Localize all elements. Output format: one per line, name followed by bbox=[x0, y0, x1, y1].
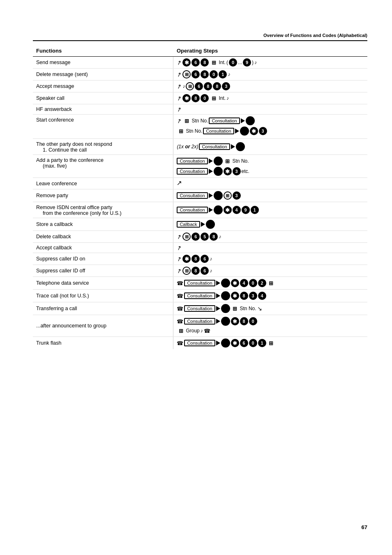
num1b-button: 1 bbox=[251, 206, 259, 214]
consultation9-box: Consultation bbox=[184, 292, 215, 299]
triangle4-icon bbox=[209, 159, 213, 164]
table-row: Speaker call ↗ ✱ 8 0 ⊞ Int. ♪ bbox=[33, 92, 367, 104]
consultation4-box: Consultation bbox=[177, 158, 208, 164]
table-row: Transferring a call ☎ Consultation ⊞ Stn… bbox=[33, 302, 367, 315]
triangle12-icon bbox=[216, 319, 220, 324]
circle7-icon bbox=[214, 205, 223, 214]
note7-icon: ♪ bbox=[210, 268, 212, 274]
num6c-button: 6 bbox=[195, 82, 203, 90]
circle13-icon bbox=[221, 339, 230, 348]
stn2-label: Stn No. bbox=[186, 128, 202, 134]
table-row: Trace call (not for U.S.) ☎ Consultation… bbox=[33, 290, 367, 302]
ops-cell: ☎ Consultation ✱ 8 0 ⊞ Group ♪ ☎ bbox=[173, 315, 367, 337]
pbx12-icon: ⊞ bbox=[267, 339, 275, 347]
triangle6-icon bbox=[209, 193, 213, 198]
func-cell: Speaker call bbox=[33, 92, 173, 104]
consultation10-box: Consultation bbox=[184, 305, 215, 312]
pbx6-button: ⊞ bbox=[224, 191, 232, 200]
num6b-button: 6 bbox=[191, 70, 200, 78]
table-row: Send message ↗ ✱ 6 8 ⊞ Int. ( 0 ... 9 ) bbox=[33, 57, 367, 69]
table-row: Suppress caller ID off ↗ ⊞ 8 6 ♪ bbox=[33, 265, 367, 277]
num3d-button: 3 bbox=[233, 191, 241, 200]
num8d-button: 8 bbox=[213, 82, 221, 90]
star9-button: ✱ bbox=[231, 317, 239, 325]
pbx2-button: ⊞ bbox=[186, 82, 194, 90]
handset5-icon: ☎ bbox=[204, 328, 210, 334]
consultation5-box: Consultation bbox=[177, 168, 208, 175]
ops-cell: ↗ ✱ 8 0 ⊞ Int. ♪ bbox=[173, 92, 367, 104]
table-row: HF answerback ↗ bbox=[33, 104, 367, 115]
ops-cell: ☎ Consultation ✱ 6 0 1 ⊞ bbox=[173, 337, 367, 350]
table-row: Accept message ↗ ♪ ⊞ 6 8 8 3 bbox=[33, 81, 367, 92]
num0c-button: 0 bbox=[201, 94, 209, 102]
circle3-icon bbox=[236, 142, 245, 151]
pbx9-icon: ⊞ bbox=[267, 279, 275, 287]
num8j-button: 8 bbox=[240, 317, 248, 325]
pbx5-icon: ⊞ bbox=[224, 157, 232, 165]
phone-icon: ↗ bbox=[176, 105, 183, 113]
func-cell: Remove ISDN central office party from th… bbox=[33, 202, 173, 218]
callback-box: Callback bbox=[177, 221, 200, 228]
circle10-icon bbox=[221, 291, 230, 300]
triangle5-icon bbox=[209, 169, 213, 174]
circle12-icon bbox=[221, 317, 230, 326]
note4-icon: ♪ bbox=[226, 95, 229, 101]
phone-icon: ↗ bbox=[176, 70, 183, 78]
handset4-icon: ☎ bbox=[177, 318, 183, 325]
handset2-icon: ☎ bbox=[177, 293, 183, 299]
num1c-button: 1 bbox=[258, 339, 266, 347]
pbx10-icon: ⊞ bbox=[231, 304, 239, 313]
func-cell: Accept message bbox=[33, 81, 173, 92]
num5-button: 5 bbox=[201, 233, 209, 241]
table-row: Telephone data service ☎ Consultation ✱ … bbox=[33, 277, 367, 290]
num3b-button: 3 bbox=[259, 127, 267, 135]
func-cell: Transferring a call bbox=[33, 302, 173, 315]
return-icon: ↙ bbox=[257, 305, 262, 312]
func-cell: Add a party to the conference (max. five… bbox=[33, 155, 173, 178]
triangle7-icon bbox=[209, 207, 213, 212]
ops-cell: ↗ ♪ ⊞ 6 8 8 3 bbox=[173, 81, 367, 92]
phone4-icon: ↗ bbox=[176, 255, 183, 263]
stn-label: Stn No. bbox=[191, 118, 208, 124]
func-cell: Send message bbox=[33, 57, 173, 69]
num3c-button: 3 bbox=[233, 167, 241, 175]
hangup-icon: ↙ bbox=[177, 180, 182, 187]
num8f-button: 8 bbox=[210, 233, 218, 241]
star2-button: ✱ bbox=[182, 94, 191, 102]
triangle9-icon bbox=[216, 281, 220, 286]
hash-icon: ⊞ bbox=[210, 58, 218, 67]
circle8-icon bbox=[206, 220, 215, 229]
func-cell: Trunk flash bbox=[33, 337, 173, 350]
consultation8-box: Consultation bbox=[184, 280, 215, 286]
note-icon: ♪ bbox=[254, 60, 257, 65]
num3e-button: 3 bbox=[249, 292, 257, 300]
col-operating-steps: Operating Steps bbox=[173, 45, 367, 57]
ops-cell: ↗ bbox=[173, 243, 367, 253]
num6e-button: 6 bbox=[201, 255, 209, 263]
num0b-button: 0 bbox=[210, 70, 218, 78]
num1-button: 1 bbox=[219, 70, 227, 78]
phone-icon: ↗ bbox=[176, 94, 183, 102]
consultation12-box: Consultation bbox=[184, 340, 215, 346]
dots: ... bbox=[238, 60, 242, 65]
stn4-label: Stn No. bbox=[240, 306, 256, 311]
num8i-button: 8 bbox=[240, 292, 248, 300]
func-cell: The other party does not respond 1. Cont… bbox=[33, 139, 173, 155]
triangle11-icon bbox=[216, 306, 220, 311]
circle-icon bbox=[246, 116, 255, 125]
triangle-icon bbox=[241, 118, 245, 123]
num3-button: 3 bbox=[222, 82, 230, 90]
consultation7-box: Consultation bbox=[177, 207, 208, 213]
star10-button: ✱ bbox=[231, 339, 239, 347]
func-cell: Suppress caller ID on bbox=[33, 253, 173, 265]
func-cell: Remove party bbox=[33, 189, 173, 202]
ops-cell: ☎ Consultation ✱ 8 3 4 bbox=[173, 290, 367, 302]
consultation3-box: Consultation bbox=[199, 143, 230, 150]
circle11-icon bbox=[221, 304, 230, 313]
func-cell: Delete message (sent) bbox=[33, 69, 173, 81]
table-row: Remove party Consultation ⊞ 3 bbox=[33, 189, 367, 202]
circle2-icon bbox=[240, 127, 249, 136]
func-cell: Accept callback bbox=[33, 243, 173, 253]
num8a-button: 8 bbox=[201, 58, 209, 67]
paren-open: ( bbox=[226, 60, 228, 65]
